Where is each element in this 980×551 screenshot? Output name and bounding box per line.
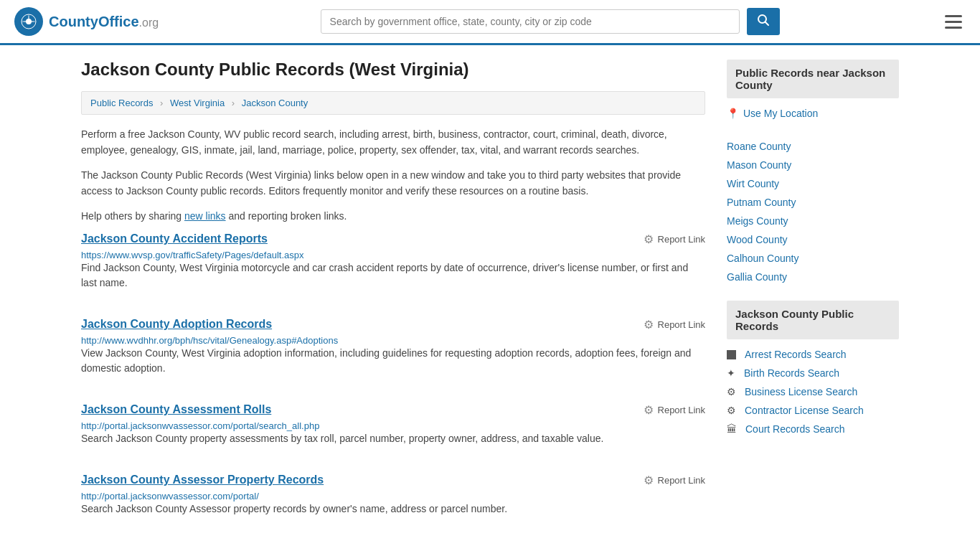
record-description: Search Jackson County Assessor property … [81, 501, 705, 517]
description-1: Perform a free Jackson County, WV public… [81, 126, 705, 159]
hamburger-menu-button[interactable] [941, 11, 966, 32]
record-header: Jackson County Accident Reports ⚙ Report… [81, 232, 705, 246]
record-description: Search Jackson County property assessmen… [81, 431, 705, 446]
record-title[interactable]: Jackson County Accident Reports [81, 232, 268, 245]
breadcrumb-sep-2: › [232, 98, 235, 108]
use-my-location-item[interactable]: 📍 Use My Location [727, 104, 899, 123]
nearby-county-item[interactable]: Wirt County [727, 174, 899, 193]
record-sidebar-link[interactable]: Arrest Records Search [745, 349, 847, 360]
report-icon: ⚙ [644, 232, 654, 246]
report-link-button[interactable]: ⚙ Report Link [644, 232, 705, 246]
record-sidebar-link[interactable]: Business License Search [745, 386, 857, 397]
page-title: Jackson County Public Records (West Virg… [81, 60, 705, 80]
site-header: CountyOffice.org [0, 0, 980, 45]
nearby-county-link[interactable]: Mason County [727, 159, 791, 171]
breadcrumb-jackson-county[interactable]: Jackson County [242, 98, 308, 108]
logo-text: CountyOffice.org [49, 14, 159, 30]
record-link-item[interactable]: 🏛Court Records Search [727, 420, 899, 438]
record-sidebar-link[interactable]: Contractor License Search [745, 405, 864, 416]
nearby-header: Public Records near Jackson County [727, 60, 899, 98]
search-button[interactable] [747, 8, 780, 35]
court-icon: 🏛 [727, 423, 737, 435]
report-link-label: Report Link [658, 234, 705, 245]
record-sidebar-link[interactable]: Court Records Search [745, 423, 845, 435]
person-icon: ✦ [727, 367, 735, 379]
report-link-label: Report Link [658, 405, 705, 415]
report-link-button[interactable]: ⚙ Report Link [644, 318, 705, 331]
record-links-list: Arrest Records Search✦Birth Records Sear… [727, 345, 899, 438]
record-url[interactable]: http://portal.jacksonwvassessor.com/port… [81, 491, 259, 501]
record-description: Find Jackson County, West Virginia motor… [81, 260, 705, 291]
description-3: Help others by sharing new links and rep… [81, 208, 705, 224]
breadcrumb-sep-1: › [160, 98, 163, 108]
nearby-counties-list: 📍 Use My Location [727, 104, 899, 123]
record-header: Jackson County Assessment Rolls ⚙ Report… [81, 403, 705, 417]
record-sidebar-link[interactable]: Birth Records Search [744, 367, 839, 379]
nearby-county-item[interactable]: Roane County [727, 137, 899, 156]
record-link-item[interactable]: ⚙Business License Search [727, 382, 899, 401]
report-link-button[interactable]: ⚙ Report Link [644, 403, 705, 417]
nearby-county-link[interactable]: Wirt County [727, 178, 779, 189]
record-header: Jackson County Adoption Records ⚙ Report… [81, 318, 705, 331]
breadcrumb-west-virginia[interactable]: West Virginia [170, 98, 225, 108]
nearby-county-item[interactable]: Mason County [727, 156, 899, 174]
sidebar: Public Records near Jackson County 📍 Use… [727, 60, 899, 544]
record-entry: Jackson County Assessment Rolls ⚙ Report… [81, 403, 705, 453]
breadcrumb: Public Records › West Virginia › Jackson… [81, 91, 705, 115]
report-link-button[interactable]: ⚙ Report Link [644, 474, 705, 487]
nearby-counties-links: Roane CountyMason CountyWirt CountyPutna… [727, 137, 899, 286]
jackson-records-header: Jackson County Public Records [727, 301, 899, 339]
record-title[interactable]: Jackson County Adoption Records [81, 318, 272, 331]
report-icon: ⚙ [644, 318, 654, 331]
description-2: The Jackson County Public Records (West … [81, 167, 705, 199]
record-title[interactable]: Jackson County Assessor Property Records [81, 474, 324, 486]
nearby-county-link[interactable]: Wood County [727, 234, 788, 245]
nearby-county-link[interactable]: Putnam County [727, 197, 796, 208]
gear1-icon: ⚙ [727, 405, 736, 416]
gear2-icon: ⚙ [727, 386, 736, 397]
nearby-county-link[interactable]: Meigs County [727, 215, 788, 227]
new-links-link[interactable]: new links [184, 210, 226, 222]
report-link-label: Report Link [658, 319, 705, 330]
record-description: View Jackson County, West Virginia adopt… [81, 346, 705, 376]
svg-line-3 [765, 22, 768, 26]
record-icon [727, 350, 736, 359]
record-title[interactable]: Jackson County Assessment Rolls [81, 403, 271, 416]
report-link-label: Report Link [658, 475, 705, 486]
record-link-item[interactable]: Arrest Records Search [727, 345, 899, 364]
logo-icon [14, 7, 43, 36]
nearby-county-item[interactable]: Wood County [727, 230, 899, 249]
record-header: Jackson County Assessor Property Records… [81, 474, 705, 487]
record-entry: Jackson County Adoption Records ⚙ Report… [81, 318, 705, 383]
search-input[interactable] [321, 9, 740, 34]
record-entry: Jackson County Accident Reports ⚙ Report… [81, 232, 705, 298]
record-url[interactable]: http://www.wvdhhr.org/bph/hsc/vital/Gene… [81, 335, 338, 346]
logo-area: CountyOffice.org [14, 7, 159, 36]
record-url[interactable]: https://www.wvsp.gov/trafficSafety/Pages… [81, 250, 303, 260]
report-icon: ⚙ [644, 474, 654, 487]
record-url[interactable]: http://portal.jacksonwvassessor.com/port… [81, 420, 319, 431]
search-area [321, 8, 780, 35]
use-my-location-link[interactable]: Use My Location [743, 108, 818, 119]
location-icon: 📍 [727, 108, 739, 119]
nearby-county-item[interactable]: Gallia County [727, 268, 899, 286]
nearby-county-link[interactable]: Gallia County [727, 271, 787, 283]
desc3-pre: Help others by sharing [81, 210, 184, 222]
nearby-county-item[interactable]: Meigs County [727, 212, 899, 230]
desc3-post: and reporting broken links. [226, 210, 347, 222]
records-list: Jackson County Accident Reports ⚙ Report… [81, 232, 705, 524]
nearby-county-item[interactable]: Putnam County [727, 193, 899, 212]
record-entry: Jackson County Assessor Property Records… [81, 474, 705, 524]
nearby-county-link[interactable]: Calhoun County [727, 253, 798, 264]
breadcrumb-public-records[interactable]: Public Records [90, 98, 153, 108]
content-area: Jackson County Public Records (West Virg… [81, 60, 705, 544]
report-icon: ⚙ [644, 403, 654, 417]
nearby-county-item[interactable]: Calhoun County [727, 249, 899, 268]
main-container: Jackson County Public Records (West Virg… [67, 45, 913, 551]
nearby-county-link[interactable]: Roane County [727, 141, 791, 152]
record-link-item[interactable]: ✦Birth Records Search [727, 364, 899, 382]
record-link-item[interactable]: ⚙Contractor License Search [727, 401, 899, 420]
